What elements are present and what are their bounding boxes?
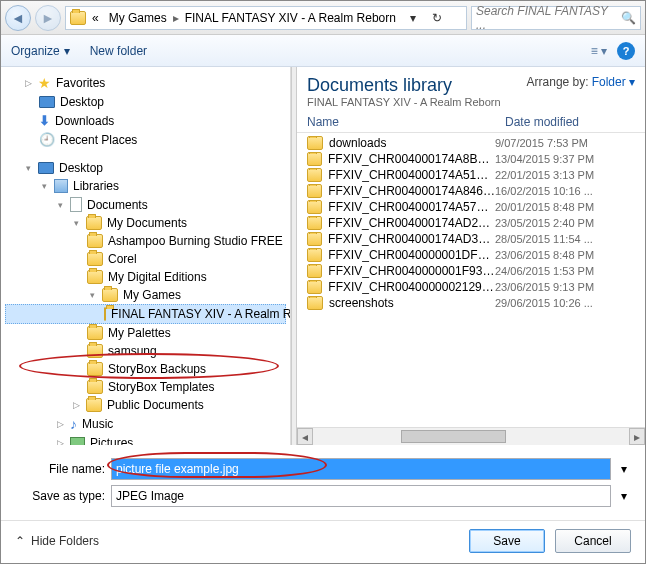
folder-icon	[87, 234, 103, 248]
document-icon	[70, 197, 82, 212]
tree-item[interactable]: Corel	[5, 250, 286, 268]
savetype-select[interactable]	[111, 485, 611, 507]
tree-item[interactable]: StoryBox Backups	[5, 360, 286, 378]
file-name: FFXIV_CHR004000174A8B8BD0	[328, 152, 495, 166]
file-row[interactable]: FFXIV_CHR004000174A51F39E22/01/2015 3:13…	[297, 167, 645, 183]
tree-item-selected[interactable]: FINAL FANTASY XIV - A Realm Reborn	[5, 304, 286, 324]
address-bar: ◄ ► « My Games ▸ FINAL FANTASY XIV - A R…	[1, 1, 645, 35]
file-name: FFXIV_CHR004000174A846FC6	[328, 184, 495, 198]
tree-item[interactable]: StoryBox Templates	[5, 378, 286, 396]
file-row[interactable]: FFXIV_CHR004000174A57385920/01/2015 8:48…	[297, 199, 645, 215]
file-name: downloads	[329, 136, 386, 150]
file-list: downloads9/07/2015 7:53 PMFFXIV_CHR00400…	[297, 133, 645, 427]
tree-music[interactable]: ▷♪Music	[5, 414, 286, 434]
view-options-button[interactable]: ≡ ▾	[591, 44, 607, 58]
file-name: FFXIV_CHR0040000001F93B16	[328, 264, 495, 278]
tree-item[interactable]: ▷Public Documents	[5, 396, 286, 414]
download-icon: ⬇	[39, 113, 50, 128]
file-date: 13/04/2015 9:37 PM	[495, 153, 635, 165]
tree-downloads[interactable]: ⬇Downloads	[5, 111, 286, 130]
horizontal-scrollbar[interactable]: ◂ ▸	[297, 427, 645, 445]
folder-icon	[102, 288, 118, 302]
new-folder-button[interactable]: New folder	[90, 44, 147, 58]
breadcrumb-segment[interactable]: FINAL FANTASY XIV - A Realm Reborn	[181, 9, 400, 27]
file-row[interactable]: FFXIV_CHR0040000001DF235F23/06/2015 8:48…	[297, 247, 645, 263]
help-icon[interactable]: ?	[617, 42, 635, 60]
file-row[interactable]: FFXIV_CHR004000174A8B8BD013/04/2015 9:37…	[297, 151, 645, 167]
file-row[interactable]: FFXIV_CHR004000174A846FC616/02/2015 10:1…	[297, 183, 645, 199]
scrollbar-thumb[interactable]	[401, 430, 505, 443]
tree-documents[interactable]: ▾Documents	[5, 195, 286, 214]
file-name: FFXIV_CHR004000000212910A	[328, 280, 495, 294]
tree-libraries[interactable]: ▾Libraries	[5, 177, 286, 195]
breadcrumb-dropdown[interactable]: ▾	[402, 11, 424, 25]
file-date: 23/05/2015 2:40 PM	[495, 217, 635, 229]
tree-item[interactable]: Ashampoo Burning Studio FREE	[5, 232, 286, 250]
libraries-icon	[54, 179, 68, 193]
file-name: FFXIV_CHR004000174A51F39E	[328, 168, 495, 182]
scroll-right-icon[interactable]: ▸	[629, 428, 645, 445]
navigation-pane: ▷★Favorites Desktop ⬇Downloads 🕘Recent P…	[1, 67, 291, 445]
breadcrumb-segment[interactable]: My Games	[105, 9, 171, 27]
folder-icon	[87, 344, 103, 358]
tree-item[interactable]: ▾My Games	[5, 286, 286, 304]
nav-back-button[interactable]: ◄	[5, 5, 31, 31]
chevron-down-icon[interactable]: ▾	[617, 489, 631, 503]
chevron-up-icon: ⌃	[15, 534, 25, 548]
tree-item[interactable]: My Palettes	[5, 324, 286, 342]
tree-item[interactable]: samsung	[5, 342, 286, 360]
scroll-left-icon[interactable]: ◂	[297, 428, 313, 445]
search-icon: 🔍	[621, 11, 636, 25]
hide-folders-button[interactable]: ⌃ Hide Folders	[15, 534, 99, 548]
music-icon: ♪	[70, 416, 77, 432]
cancel-button[interactable]: Cancel	[555, 529, 631, 553]
column-headers[interactable]: Name Date modified	[297, 112, 645, 133]
folder-icon	[70, 11, 86, 25]
file-date: 23/06/2015 8:48 PM	[495, 249, 635, 261]
file-row[interactable]: FFXIV_CHR004000174AD2EF2B23/05/2015 2:40…	[297, 215, 645, 231]
folder-icon	[307, 280, 322, 294]
tree-pictures[interactable]: ▷Pictures	[5, 434, 286, 445]
save-button[interactable]: Save	[469, 529, 545, 553]
file-row[interactable]: FFXIV_CHR004000174AD3A4B728/05/2015 11:5…	[297, 231, 645, 247]
file-row[interactable]: FFXIV_CHR0040000001F93B1624/06/2015 1:53…	[297, 263, 645, 279]
tree-desktop-root[interactable]: ▾Desktop	[5, 159, 286, 177]
file-row[interactable]: FFXIV_CHR004000000212910A23/06/2015 9:13…	[297, 279, 645, 295]
toolbar: Organize ▾ New folder ≡ ▾ ?	[1, 35, 645, 67]
filename-input[interactable]	[111, 458, 611, 480]
tree-favorites[interactable]: ▷★Favorites	[5, 73, 286, 93]
tree-item[interactable]: My Digital Editions	[5, 268, 286, 286]
file-row[interactable]: downloads9/07/2015 7:53 PM	[297, 135, 645, 151]
folder-icon	[87, 252, 103, 266]
file-date: 24/06/2015 1:53 PM	[495, 265, 635, 277]
folder-icon	[87, 362, 103, 376]
file-row[interactable]: screenshots29/06/2015 10:26 ...	[297, 295, 645, 311]
content-pane: Documents library FINAL FANTASY XIV - A …	[297, 67, 645, 445]
file-date: 28/05/2015 11:54 ...	[495, 233, 635, 245]
organize-menu[interactable]: Organize ▾	[11, 44, 70, 58]
column-name[interactable]: Name	[307, 115, 505, 129]
file-date: 20/01/2015 8:48 PM	[495, 201, 635, 213]
folder-icon	[307, 184, 322, 198]
file-date: 16/02/2015 10:16 ...	[495, 185, 635, 197]
tree-recent[interactable]: 🕘Recent Places	[5, 130, 286, 149]
file-name: FFXIV_CHR004000174A573859	[328, 200, 495, 214]
refresh-icon[interactable]: ↻	[426, 11, 448, 25]
nav-forward-button[interactable]: ►	[35, 5, 61, 31]
file-date: 22/01/2015 3:13 PM	[495, 169, 635, 181]
column-date[interactable]: Date modified	[505, 115, 635, 129]
file-date: 9/07/2015 7:53 PM	[495, 137, 635, 149]
tree-desktop[interactable]: Desktop	[5, 93, 286, 111]
folder-icon	[307, 296, 323, 310]
search-input[interactable]: Search FINAL FANTASY ... 🔍	[471, 6, 641, 30]
arrange-by[interactable]: Arrange by: Folder ▾	[527, 75, 635, 89]
folder-icon	[307, 136, 323, 150]
chevron-right-icon: ▸	[173, 11, 179, 25]
folder-icon	[307, 168, 322, 182]
breadcrumb[interactable]: « My Games ▸ FINAL FANTASY XIV - A Realm…	[65, 6, 467, 30]
tree-mydocuments[interactable]: ▾My Documents	[5, 214, 286, 232]
chevron-down-icon[interactable]: ▾	[617, 462, 631, 476]
folder-icon	[86, 216, 102, 230]
star-icon: ★	[38, 75, 51, 91]
pictures-icon	[70, 437, 85, 445]
